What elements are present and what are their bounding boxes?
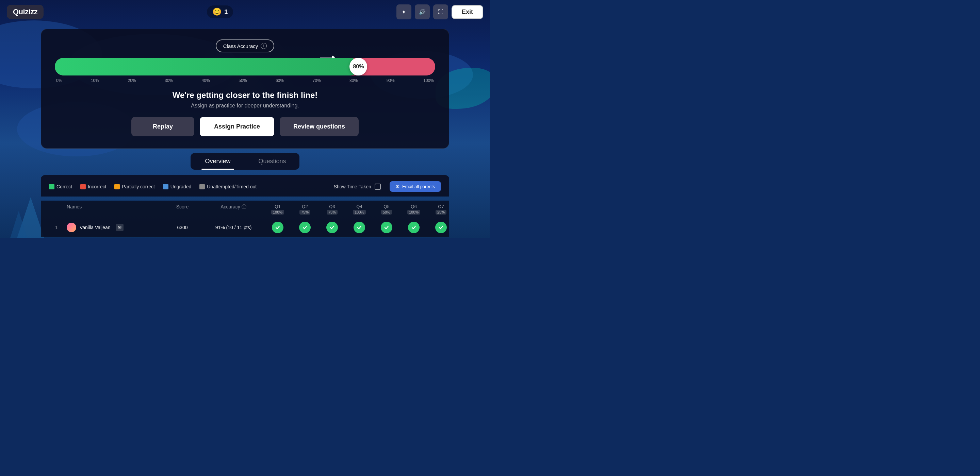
answer-q5 [381,222,392,233]
mail-icon[interactable]: ✉ [116,224,124,231]
email-all-parents-button[interactable]: ✉ Email all parents [390,181,441,192]
row-q6 [400,222,427,233]
ungraded-label: Ungraded [170,184,192,189]
legend-unattempted: Unattempted/Timed out [199,184,256,189]
review-questions-button[interactable]: Review questions [280,117,359,136]
sound-button[interactable]: 🔊 [415,5,430,19]
progress-container: 80% 0% 10% 20% 30% 40% 50% 60% 70% 80% 9… [55,58,435,83]
row-accuracy: 91% (10 / 11 pts) [203,225,264,230]
th-accuracy: Accuracy ⓘ [203,204,264,214]
row-q4 [346,222,373,233]
tab-overview[interactable]: Overview [191,153,245,170]
ungraded-dot [163,184,169,189]
marker-20: 20% [128,78,136,83]
table-header: Names Score Accuracy ⓘ Q1 100% Q2 75% Q3… [41,201,449,218]
progress-bar-outer: 80% [55,58,435,76]
row-q5 [373,222,400,233]
progress-markers: 0% 10% 20% 30% 40% 50% 60% 70% 80% 90% 1… [55,78,435,83]
email-all-label: Email all parents [402,184,435,189]
tabs-section: Overview Questions [191,153,299,170]
th-names: Names [67,204,162,214]
show-time-section: Show Time Taken ✉ Email all parents [334,181,441,192]
marker-90: 90% [387,78,395,83]
bg-crystal-2 [10,211,27,238]
show-time-checkbox[interactable] [375,184,381,190]
table-section: Names Score Accuracy ⓘ Q1 100% Q2 75% Q3… [41,201,449,237]
row-q7 [427,222,449,233]
fullscreen-button[interactable]: ⛶ [433,5,448,19]
replay-button[interactable]: Replay [131,117,194,136]
legend-incorrect: Incorrect [80,184,106,189]
sparkles-icon: ✦ [401,9,406,15]
row-q3 [318,222,346,233]
tabs-bar: Overview Questions [191,153,299,170]
tab-questions[interactable]: Questions [245,153,299,170]
marker-30: 30% [165,78,173,83]
answer-q4 [353,222,365,233]
legend-row: Correct Incorrect Partially correct Ungr… [49,181,441,192]
marker-70: 70% [312,78,321,83]
progress-thumb: 80% [350,58,367,76]
th-q5: Q5 50% [373,204,400,214]
partial-label: Partially correct [122,184,154,189]
expand-icon: ⛶ [438,9,443,15]
th-q7: Q7 25% [427,204,449,214]
speaker-icon: 🔊 [419,9,426,15]
th-rank [46,204,67,214]
answer-q3 [326,222,338,233]
logo: Quizizz [7,5,43,19]
marker-80: 80% [350,78,358,83]
th-q2: Q2 75% [291,204,318,214]
effects-button[interactable]: ✦ [396,5,411,19]
row-name: Vanilla Valjean ✉ [67,223,162,232]
marker-0: 0% [56,78,62,83]
legend-ungraded: Ungraded [163,184,192,189]
row-q2 [291,222,318,233]
row-score: 6300 [162,225,203,230]
exit-button[interactable]: Exit [452,5,483,19]
correct-label: Correct [56,184,72,189]
legend-partial: Partially correct [115,184,154,189]
show-time-label: Show Time Taken [334,184,371,189]
answer-q2 [299,222,311,233]
correct-dot [49,184,54,189]
answer-q7 [435,222,447,233]
progress-bar-fill: 80% [55,58,359,76]
row-rank: 1 [46,225,67,230]
row-q1 [264,222,291,233]
accuracy-label-wrapper: Class Accuracy i [55,40,435,52]
legend-correct: Correct [49,184,72,189]
th-q3: Q3 75% [318,204,346,214]
marker-100: 100% [423,78,434,83]
th-q1: Q1 100% [264,204,291,214]
motivation-subtitle: Assign as practice for deeper understand… [55,103,435,109]
th-score: Score [162,204,203,214]
email-icon: ✉ [396,184,399,189]
class-accuracy-text: Class Accuracy [223,43,258,49]
player-name-text: Vanilla Valjean [80,225,111,230]
action-buttons: Replay Assign Practice Review questions [55,117,435,136]
incorrect-dot [80,184,86,189]
logo-text: Quizizz [13,8,37,16]
th-q4: Q4 100% [346,204,373,214]
marker-50: 50% [239,78,247,83]
assign-practice-button[interactable]: Assign Practice [200,117,274,136]
main-card: Class Accuracy i 80% 0% 10% 20% 3 [41,29,449,149]
player-count: 1 [224,8,228,16]
progress-value: 80% [353,63,364,70]
unattempted-label: Unattempted/Timed out [207,184,256,189]
topbar: Quizizz 😊 1 ✦ 🔊 ⛶ Exit [0,0,490,24]
motivation-title: We're getting closer to the finish line! [55,90,435,100]
partial-dot [115,184,120,189]
th-q6: Q6 100% [400,204,427,214]
overview-section: Correct Incorrect Partially correct Ungr… [41,175,449,197]
motivation-section: We're getting closer to the finish line!… [55,90,435,109]
accuracy-label: Class Accuracy i [216,40,275,52]
answer-q6 [408,222,420,233]
marker-40: 40% [202,78,210,83]
incorrect-label: Incorrect [88,184,106,189]
player-badge: 😊 1 [207,5,233,18]
answer-q1 [272,222,283,233]
marker-60: 60% [275,78,284,83]
topbar-right: ✦ 🔊 ⛶ Exit [396,5,483,19]
